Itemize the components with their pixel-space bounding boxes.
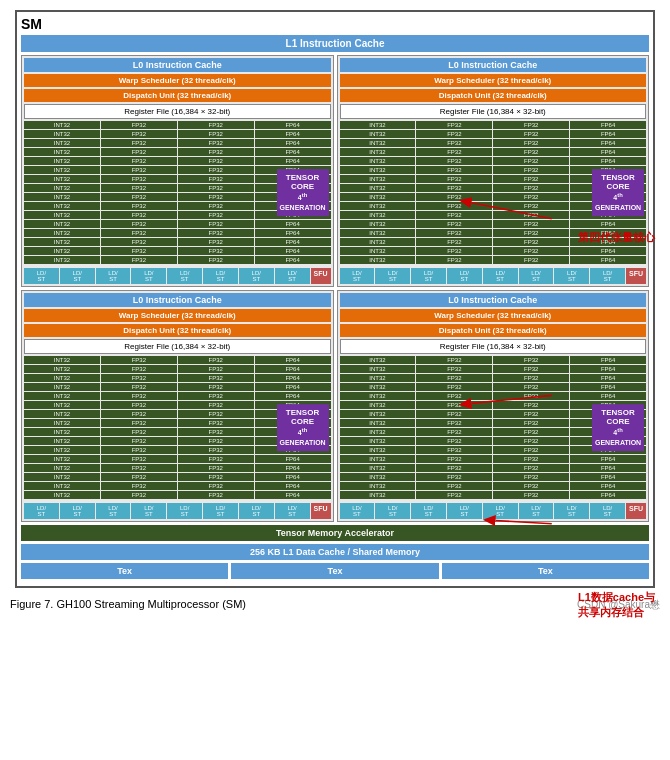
- fp32-cell: FP32: [493, 428, 569, 436]
- fp32-cell: FP32: [178, 148, 254, 156]
- warp-scheduler-tr: Warp Scheduler (32 thread/clk): [340, 74, 647, 87]
- ld-st-cell: LD/ST: [24, 268, 59, 284]
- cuda-row: INT32FP32FP32FP64: [24, 121, 331, 129]
- int32-cell: INT32: [24, 229, 100, 237]
- fp64-cell: FP64: [570, 365, 646, 373]
- fp32-cell: FP32: [493, 238, 569, 246]
- int32-cell: INT32: [340, 410, 416, 418]
- tex-cell-2: Tex: [231, 563, 438, 579]
- sfu-row-bl: LD/ST LD/ST LD/ST LD/ST LD/ST LD/ST LD/S…: [24, 503, 331, 519]
- fp32-cell: FP32: [101, 130, 177, 138]
- tex-cell-1: Tex: [21, 563, 228, 579]
- ld-st-cell: LD/ST: [340, 268, 375, 284]
- fp64-cell: FP64: [570, 455, 646, 463]
- fp64-cell: FP64: [570, 473, 646, 481]
- fp32-cell: FP32: [101, 184, 177, 192]
- ld-st-cell: LD/ST: [239, 268, 274, 284]
- ld-st-cell: LD/ST: [590, 503, 625, 519]
- fp32-cell: FP32: [101, 446, 177, 454]
- int32-cell: INT32: [340, 256, 416, 264]
- cuda-row: INT32FP32FP32FP64: [340, 256, 647, 264]
- cuda-area-bl: INT32FP32FP32FP64 INT32FP32FP32FP64 INT3…: [24, 356, 331, 499]
- fp64-cell: FP64: [255, 365, 331, 373]
- fp32-cell: FP32: [493, 193, 569, 201]
- fp32-cell: FP32: [178, 247, 254, 255]
- cuda-row: INT32FP32FP32FP64: [24, 482, 331, 490]
- cuda-row: INT32FP32FP32FP64: [340, 491, 647, 499]
- fp32-cell: FP32: [101, 157, 177, 165]
- fp32-cell: FP32: [178, 455, 254, 463]
- fp32-cell: FP32: [416, 374, 492, 382]
- fp64-cell: FP64: [255, 121, 331, 129]
- fp32-cell: FP32: [178, 184, 254, 192]
- page-wrapper: SM L1 Instruction Cache L0 Instruction C…: [10, 10, 660, 612]
- fp32-cell: FP32: [178, 356, 254, 364]
- top-right-quadrant: L0 Instruction Cache Warp Scheduler (32 …: [337, 55, 650, 287]
- int32-cell: INT32: [24, 202, 100, 210]
- fp32-cell: FP32: [101, 175, 177, 183]
- int32-cell: INT32: [24, 184, 100, 192]
- l0-cache-tr: L0 Instruction Cache: [340, 58, 647, 72]
- fp32-cell: FP32: [416, 356, 492, 364]
- fp32-cell: FP32: [493, 401, 569, 409]
- fp32-cell: FP32: [493, 247, 569, 255]
- sfu-cell-tr: SFU: [626, 268, 646, 284]
- int32-cell: INT32: [340, 175, 416, 183]
- int32-cell: INT32: [24, 148, 100, 156]
- int32-cell: INT32: [24, 455, 100, 463]
- int32-cell: INT32: [24, 446, 100, 454]
- fp32-cell: FP32: [493, 491, 569, 499]
- l0-cache-bl: L0 Instruction Cache: [24, 293, 331, 307]
- fp32-cell: FP32: [101, 374, 177, 382]
- fp32-cell: FP32: [416, 148, 492, 156]
- cuda-row: INT32FP32FP32FP64: [340, 121, 647, 129]
- fp64-cell: FP64: [255, 374, 331, 382]
- fp32-cell: FP32: [416, 455, 492, 463]
- fp32-cell: FP32: [416, 130, 492, 138]
- fp32-cell: FP32: [178, 374, 254, 382]
- fp64-cell: FP64: [255, 491, 331, 499]
- fp32-cell: FP32: [493, 256, 569, 264]
- fp32-cell: FP32: [101, 211, 177, 219]
- int32-cell: INT32: [340, 166, 416, 174]
- ld-st-cell: LD/ST: [483, 268, 518, 284]
- fp32-cell: FP32: [416, 247, 492, 255]
- cuda-row: INT32FP32FP32FP64: [340, 383, 647, 391]
- int32-cell: INT32: [340, 482, 416, 490]
- fp32-cell: FP32: [101, 193, 177, 201]
- cuda-row: INT32FP32FP32FP64: [340, 148, 647, 156]
- int32-cell: INT32: [24, 356, 100, 364]
- int32-cell: INT32: [340, 148, 416, 156]
- fp32-cell: FP32: [416, 229, 492, 237]
- int32-cell: INT32: [24, 401, 100, 409]
- fp32-cell: FP32: [493, 175, 569, 183]
- fp32-cell: FP32: [416, 166, 492, 174]
- fp32-cell: FP32: [101, 491, 177, 499]
- int32-cell: INT32: [24, 139, 100, 147]
- l0-cache-br: L0 Instruction Cache: [340, 293, 647, 307]
- tensor-core-br: TENSOR CORE 4th GENERATION: [592, 404, 644, 452]
- fp32-cell: FP32: [493, 437, 569, 445]
- int32-cell: INT32: [24, 365, 100, 373]
- ld-st-cell: LD/ST: [411, 503, 446, 519]
- fp32-cell: FP32: [416, 473, 492, 481]
- fp32-cell: FP32: [178, 401, 254, 409]
- ld-st-cell: LD/ST: [131, 503, 166, 519]
- cuda-row: INT32FP32FP32FP64: [24, 247, 331, 255]
- ld-st-cell: LD/ST: [554, 268, 589, 284]
- fp64-cell: FP64: [255, 455, 331, 463]
- int32-cell: INT32: [340, 157, 416, 165]
- dispatch-unit-bl: Dispatch Unit (32 thread/clk): [24, 324, 331, 337]
- cuda-row: INT32FP32FP32FP64: [24, 220, 331, 228]
- fp64-cell: FP64: [570, 392, 646, 400]
- fp64-cell: FP64: [570, 374, 646, 382]
- cuda-row: INT32FP32FP32FP64: [340, 455, 647, 463]
- fp64-cell: FP64: [570, 383, 646, 391]
- warp-scheduler-br: Warp Scheduler (32 thread/clk): [340, 309, 647, 322]
- int32-cell: INT32: [340, 401, 416, 409]
- int32-cell: INT32: [24, 175, 100, 183]
- cuda-row: INT32FP32FP32FP64: [340, 392, 647, 400]
- register-file-tl: Register File (16,384 × 32-bit): [24, 104, 331, 119]
- int32-cell: INT32: [340, 428, 416, 436]
- ld-st-cell: LD/ST: [96, 268, 131, 284]
